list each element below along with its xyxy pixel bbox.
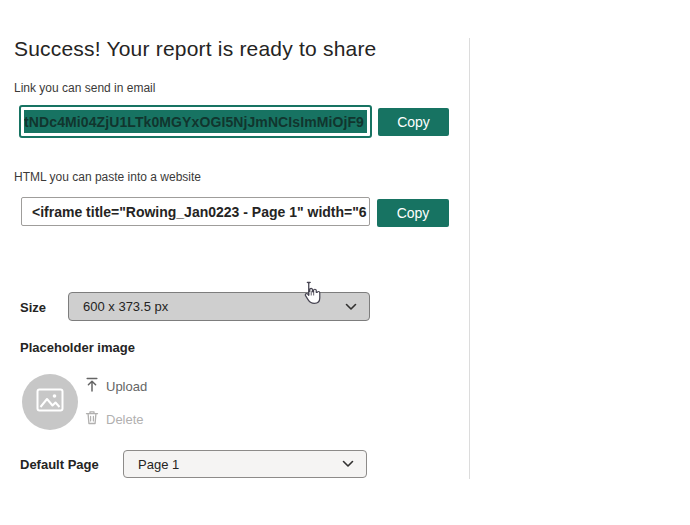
publish-to-web-success-dialog: Success! Your report is ready to share L… xyxy=(0,0,690,525)
email-link-value: tNDc4Mi04ZjU1LTk0MGYxOGI5NjJmNCIsImMiOjF… xyxy=(24,110,367,133)
email-link-input[interactable]: tNDc4Mi04ZjU1LTk0MGYxOGI5NjJmNCIsImMiOjF… xyxy=(19,105,372,138)
copy-link-button[interactable]: Copy xyxy=(378,108,449,136)
embed-html-label: HTML you can paste into a website xyxy=(14,170,201,184)
delete-button-label: Delete xyxy=(106,412,144,427)
embed-html-input[interactable]: <iframe title="Rowing_Jan0223 - Page 1" … xyxy=(21,197,370,226)
page-title: Success! Your report is ready to share xyxy=(14,37,376,61)
size-dropdown-value: 600 x 373.5 px xyxy=(69,299,345,314)
default-page-label: Default Page xyxy=(20,457,99,472)
delete-button[interactable]: Delete xyxy=(85,410,144,428)
upload-arrow-icon xyxy=(85,377,99,395)
size-label: Size xyxy=(20,300,46,315)
upload-button[interactable]: Upload xyxy=(85,377,147,395)
upload-button-label: Upload xyxy=(106,379,147,394)
email-link-label: Link you can send in email xyxy=(14,81,155,95)
size-dropdown[interactable]: 600 x 373.5 px xyxy=(68,292,370,321)
chevron-down-icon xyxy=(342,460,354,468)
chevron-down-icon xyxy=(345,303,357,311)
default-page-dropdown-value: Page 1 xyxy=(124,457,342,472)
vertical-divider xyxy=(469,38,470,479)
default-page-dropdown[interactable]: Page 1 xyxy=(123,450,367,478)
image-icon xyxy=(36,388,64,416)
embed-html-value: <iframe title="Rowing_Jan0223 - Page 1" … xyxy=(32,204,367,220)
placeholder-image-label: Placeholder image xyxy=(20,340,135,355)
copy-html-button[interactable]: Copy xyxy=(377,199,449,227)
trash-icon xyxy=(85,410,99,428)
placeholder-image-preview xyxy=(22,374,78,430)
